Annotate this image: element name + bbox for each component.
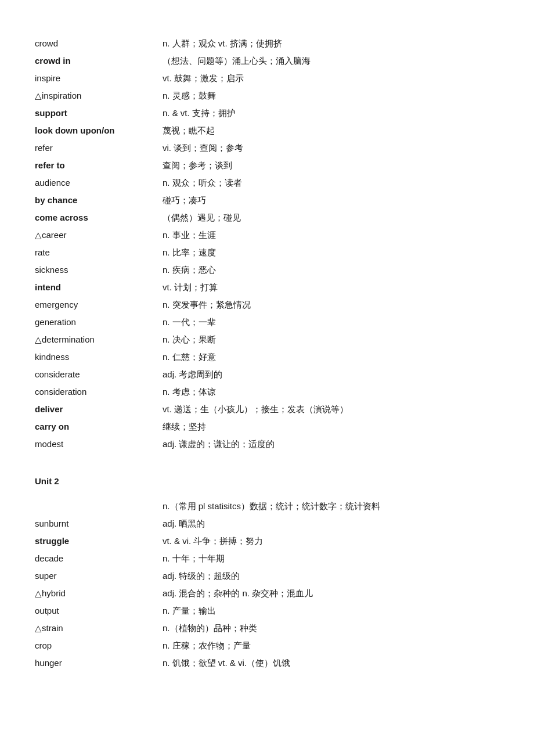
table-row: △inspirationn. 灵感；鼓舞 (35, 87, 499, 105)
term-cell: struggle (35, 532, 163, 550)
definition-cell: adj. 晒黑的 (163, 515, 499, 532)
unit2-section: Unit 2 n.（常用 pl statisitcs）数据；统计；统计数字；统计… (35, 476, 499, 672)
term-cell: sickness (35, 261, 163, 279)
term-cell: by chance (35, 192, 163, 209)
definition-cell: n. 仁慈；好意 (163, 348, 499, 366)
table-row: decaden. 十年；十年期 (35, 550, 499, 567)
term-cell: super (35, 567, 163, 585)
unit1-table: crowdn. 人群；观众 vt. 挤满；使拥挤crowd in（想法、问题等）… (35, 35, 499, 453)
table-row: sicknessn. 疾病；恶心 (35, 261, 499, 279)
table-row: △strainn.（植物的）品种；种类 (35, 620, 499, 637)
table-row: modestadj. 谦虚的；谦让的；适度的 (35, 435, 499, 453)
definition-cell: n. 观众；听众；读者 (163, 174, 499, 192)
term-cell: look down upon/on (35, 122, 163, 139)
table-row: outputn. 产量；输出 (35, 602, 499, 620)
table-row: raten. 比率；速度 (35, 244, 499, 261)
table-row: sunburntadj. 晒黑的 (35, 515, 499, 532)
definition-cell: vt. 计划；打算 (163, 279, 499, 296)
definition-cell: （想法、问题等）涌上心头；涌入脑海 (163, 52, 499, 70)
term-cell: △inspiration (35, 87, 163, 105)
definition-cell: n. 人群；观众 vt. 挤满；使拥挤 (163, 35, 499, 52)
table-row: by chance碰巧；凑巧 (35, 192, 499, 209)
table-row: intendvt. 计划；打算 (35, 279, 499, 296)
definition-cell: adj. 考虑周到的 (163, 366, 499, 383)
term-cell: support (35, 105, 163, 122)
table-row: strugglevt. & vi. 斗争；拼搏；努力 (35, 532, 499, 550)
definition-cell: n. 考虑；体谅 (163, 383, 499, 401)
definition-cell: n.（常用 pl statisitcs）数据；统计；统计数字；统计资料 (163, 498, 499, 515)
unit1-section: crowdn. 人群；观众 vt. 挤满；使拥挤crowd in（想法、问题等）… (35, 35, 499, 453)
term-cell: considerate (35, 366, 163, 383)
term-cell: refer to (35, 157, 163, 174)
term-cell: sunburnt (35, 515, 163, 532)
definition-cell: vt. 递送；生（小孩儿）；接生；发表（演说等） (163, 401, 499, 418)
definition-cell: n. 产量；输出 (163, 602, 499, 620)
definition-cell: adj. 特级的；超级的 (163, 567, 499, 585)
definition-cell: 继续；坚持 (163, 418, 499, 435)
definition-cell: n. & vt. 支持；拥护 (163, 105, 499, 122)
term-cell: deliver (35, 401, 163, 418)
table-row: look down upon/on蔑视；瞧不起 (35, 122, 499, 139)
term-cell: decade (35, 550, 163, 567)
term-cell: refer (35, 139, 163, 157)
definition-cell: n. 灵感；鼓舞 (163, 87, 499, 105)
term-cell: crop (35, 637, 163, 654)
term-cell: crowd (35, 35, 163, 52)
table-row: △hybridadj. 混合的；杂种的 n. 杂交种；混血儿 (35, 585, 499, 602)
definition-cell: vi. 谈到；查阅；参考 (163, 139, 499, 157)
term-cell: △career (35, 226, 163, 244)
term-cell: carry on (35, 418, 163, 435)
definition-cell: n. 比率；速度 (163, 244, 499, 261)
definition-cell: n. 疾病；恶心 (163, 261, 499, 279)
table-row: cropn. 庄稼；农作物；产量 (35, 637, 499, 654)
definition-cell: 蔑视；瞧不起 (163, 122, 499, 139)
term-cell: kindness (35, 348, 163, 366)
table-row: superadj. 特级的；超级的 (35, 567, 499, 585)
table-row: △careern. 事业；生涯 (35, 226, 499, 244)
definition-cell: adj. 谦虚的；谦让的；适度的 (163, 435, 499, 453)
term-cell (35, 498, 163, 515)
definition-cell: n. 十年；十年期 (163, 550, 499, 567)
term-cell: △determination (35, 331, 163, 348)
term-cell: emergency (35, 296, 163, 314)
definition-cell: n. 突发事件；紧急情况 (163, 296, 499, 314)
table-row: inspirevt. 鼓舞；激发；启示 (35, 70, 499, 87)
table-row: audiencen. 观众；听众；读者 (35, 174, 499, 192)
table-row: carry on继续；坚持 (35, 418, 499, 435)
table-row: kindnessn. 仁慈；好意 (35, 348, 499, 366)
table-row: come across（偶然）遇见；碰见 (35, 209, 499, 226)
table-row: refer to查阅；参考；谈到 (35, 157, 499, 174)
term-cell: come across (35, 209, 163, 226)
unit2-table: n.（常用 pl statisitcs）数据；统计；统计数字；统计资料sunbu… (35, 498, 499, 672)
table-row: crowdn. 人群；观众 vt. 挤满；使拥挤 (35, 35, 499, 52)
table-row: hungern. 饥饿；欲望 vt. & vi.（使）饥饿 (35, 654, 499, 672)
term-cell: generation (35, 314, 163, 331)
term-cell: modest (35, 435, 163, 453)
table-row: generationn. 一代；一辈 (35, 314, 499, 331)
table-row: delivervt. 递送；生（小孩儿）；接生；发表（演说等） (35, 401, 499, 418)
table-row: emergencyn. 突发事件；紧急情况 (35, 296, 499, 314)
term-cell: output (35, 602, 163, 620)
definition-cell: vt. 鼓舞；激发；启示 (163, 70, 499, 87)
term-cell: △strain (35, 620, 163, 637)
term-cell: rate (35, 244, 163, 261)
term-cell: intend (35, 279, 163, 296)
definition-cell: n.（植物的）品种；种类 (163, 620, 499, 637)
definition-cell: n. 一代；一辈 (163, 314, 499, 331)
table-row: △determinationn. 决心；果断 (35, 331, 499, 348)
term-cell: inspire (35, 70, 163, 87)
table-row: refervi. 谈到；查阅；参考 (35, 139, 499, 157)
table-row: supportn. & vt. 支持；拥护 (35, 105, 499, 122)
definition-cell: n. 事业；生涯 (163, 226, 499, 244)
unit2-label: Unit 2 (35, 476, 499, 486)
table-row: considerationn. 考虑；体谅 (35, 383, 499, 401)
definition-cell: n. 饥饿；欲望 vt. & vi.（使）饥饿 (163, 654, 499, 672)
definition-cell: （偶然）遇见；碰见 (163, 209, 499, 226)
term-cell: audience (35, 174, 163, 192)
term-cell: consideration (35, 383, 163, 401)
table-row: crowd in（想法、问题等）涌上心头；涌入脑海 (35, 52, 499, 70)
definition-cell: vt. & vi. 斗争；拼搏；努力 (163, 532, 499, 550)
definition-cell: 查阅；参考；谈到 (163, 157, 499, 174)
definition-cell: 碰巧；凑巧 (163, 192, 499, 209)
definition-cell: adj. 混合的；杂种的 n. 杂交种；混血儿 (163, 585, 499, 602)
